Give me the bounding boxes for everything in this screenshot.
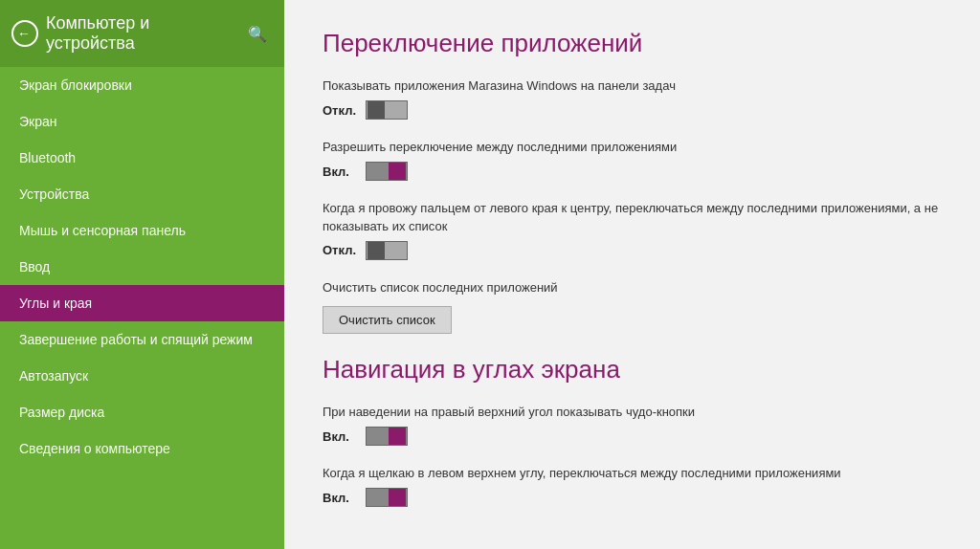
toggle3-thumb: [368, 242, 385, 259]
back-button[interactable]: ←: [11, 20, 38, 47]
sidebar-item-about[interactable]: Сведения о компьютере: [0, 430, 284, 467]
toggle-row-1: Откл.: [323, 100, 942, 120]
toggle4-state-text: Вкл.: [323, 429, 356, 444]
sidebar-item-mouse[interactable]: Мышь и сенсорная панель: [0, 212, 284, 249]
sidebar-item-corners[interactable]: Углы и края: [0, 285, 284, 321]
search-button[interactable]: 🔍: [246, 22, 269, 45]
sidebar-item-shutdown[interactable]: Завершение работы и спящий режим: [0, 321, 284, 358]
sidebar: ← Компьютер и устройства 🔍 Экран блокиро…: [0, 0, 284, 549]
sidebar-item-devices[interactable]: Устройства: [0, 176, 284, 212]
setting3-label: Когда я провожу пальцем от левого края к…: [323, 200, 942, 234]
setting-block-1: Показывать приложения Магазина Windows н…: [323, 77, 942, 120]
toggle2-thumb: [389, 163, 406, 180]
toggle4-thumb: [389, 428, 406, 445]
main-content: Переключение приложений Показывать прило…: [284, 0, 980, 549]
sidebar-item-screen[interactable]: Экран: [0, 103, 284, 140]
clear-list-label: Очистить список последних приложений: [323, 279, 942, 296]
toggle5-state-text: Вкл.: [323, 491, 356, 505]
toggle1-state-text: Откл.: [323, 103, 356, 118]
section2-title: Навигация в углах экрана: [323, 355, 942, 384]
sidebar-header: ← Компьютер и устройства 🔍: [0, 0, 284, 67]
setting-block-4: При наведении на правый верхний угол пок…: [323, 404, 942, 446]
sidebar-item-lock-screen[interactable]: Экран блокировки: [0, 67, 284, 103]
setting-block-5: Когда я щелкаю в левом верхнем углу, пер…: [323, 465, 942, 507]
toggle3-switch[interactable]: [366, 241, 408, 260]
clear-list-block: Очистить список последних приложений Очи…: [323, 279, 942, 334]
setting1-label: Показывать приложения Магазина Windows н…: [323, 77, 942, 95]
back-arrow-icon: ←: [17, 27, 31, 40]
toggle3-state-text: Откл.: [323, 243, 356, 257]
toggle1-switch[interactable]: [366, 100, 408, 120]
toggle5-switch[interactable]: [366, 488, 408, 507]
toggle5-thumb: [389, 489, 406, 506]
section1-title: Переключение приложений: [323, 29, 942, 58]
setting-block-2: Разрешить переключение между последними …: [323, 139, 942, 181]
toggle2-switch[interactable]: [366, 162, 408, 181]
sidebar-item-input[interactable]: Ввод: [0, 249, 284, 285]
sidebar-item-autoplay[interactable]: Автозапуск: [0, 358, 284, 394]
clear-list-button[interactable]: Очистить список: [323, 306, 452, 334]
sidebar-item-disk-size[interactable]: Размер диска: [0, 394, 284, 430]
setting2-label: Разрешить переключение между последними …: [323, 139, 942, 156]
toggle-row-2: Вкл.: [323, 162, 942, 181]
toggle-row-5: Вкл.: [323, 488, 942, 507]
toggle-row-3: Откл.: [323, 241, 942, 260]
setting-block-3: Когда я провожу пальцем от левого края к…: [323, 200, 942, 259]
sidebar-nav: Экран блокировкиЭкранBluetoothУстройства…: [0, 67, 284, 549]
toggle2-state-text: Вкл.: [323, 165, 356, 179]
toggle1-thumb: [368, 101, 385, 119]
toggle4-switch[interactable]: [366, 427, 408, 446]
search-icon: 🔍: [248, 25, 267, 43]
setting4-label: При наведении на правый верхний угол пок…: [323, 404, 942, 421]
toggle-row-4: Вкл.: [323, 427, 942, 446]
sidebar-title: Компьютер и устройства: [46, 13, 238, 54]
sidebar-item-bluetooth[interactable]: Bluetooth: [0, 140, 284, 176]
setting5-label: Когда я щелкаю в левом верхнем углу, пер…: [323, 465, 942, 482]
